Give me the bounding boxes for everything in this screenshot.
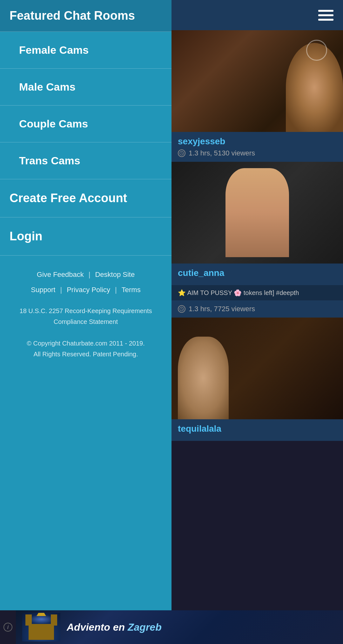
- clock-icon-2: [178, 305, 185, 313]
- login-link[interactable]: Login: [0, 217, 172, 256]
- privacy-policy-link[interactable]: Privacy Policy: [67, 284, 110, 296]
- clock-svg-1: [179, 151, 184, 155]
- castle-spire: [37, 613, 46, 616]
- stream-username-1: sexyjesseb: [178, 136, 337, 147]
- svg-line-5: [182, 309, 183, 310]
- footer-separator-1: |: [89, 268, 91, 281]
- give-feedback-link[interactable]: Give Feedback: [37, 268, 84, 281]
- stream-card-sexyjesseb[interactable]: sexyjesseb 1.3 hrs, 5130 viewers: [172, 30, 343, 162]
- terms-link[interactable]: Terms: [122, 284, 141, 296]
- footer-links-row2: Support | Privacy Policy | Terms: [10, 284, 162, 296]
- stream-info-3: tequilalala: [172, 419, 343, 441]
- copyright-text: © Copyright Chaturbate.com 2011 - 2019.: [10, 338, 162, 349]
- legal-text: 18 U.S.C. 2257 Record-Keeping Requiremen…: [10, 305, 162, 360]
- svg-line-2: [182, 153, 183, 154]
- sidebar-title: Featured Chat Rooms: [10, 9, 135, 22]
- footer-separator-2: |: [60, 284, 62, 296]
- ad-banner[interactable]: i Adviento en Zagreb: [0, 610, 343, 644]
- hamburger-line-1: [318, 10, 333, 12]
- stream-description-2: ⭐ AIM TO PUSSY 🌸 tokens left] #deepth: [172, 285, 343, 300]
- sidebar-item-couple-cams[interactable]: Couple Cams: [0, 106, 172, 142]
- hamburger-line-3: [318, 19, 333, 21]
- ad-text: Adviento en Zagreb: [67, 621, 162, 633]
- stream-meta-text-2: 1.3 hrs, 7725 viewers: [189, 305, 255, 313]
- stream-meta-text-1: 1.3 hrs, 5130 viewers: [189, 149, 255, 157]
- stream-desc-text-2: ⭐ AIM TO PUSSY 🌸 tokens left] #deepth: [178, 289, 299, 296]
- castle-body: [29, 624, 54, 640]
- content-panel: sexyjesseb 1.3 hrs, 5130 viewers cutie_a…: [172, 0, 343, 644]
- sidebar-footer: Give Feedback | Desktop Site Support | P…: [0, 256, 172, 610]
- stream-thumbnail-3: [172, 318, 343, 419]
- sidebar: Featured Chat Rooms Female Cams Male Cam…: [0, 0, 172, 610]
- stream-info-2: cutie_anna: [172, 264, 343, 285]
- content-header: [172, 0, 343, 30]
- stream-card-cutie-anna[interactable]: cutie_anna ⭐ AIM TO PUSSY 🌸 tokens left]…: [172, 162, 343, 318]
- hamburger-menu-button[interactable]: [318, 10, 333, 21]
- sidebar-item-male-cams[interactable]: Male Cams: [0, 69, 172, 106]
- legal-line1: 18 U.S.C. 2257 Record-Keeping Requiremen…: [10, 305, 162, 316]
- ad-text-part2: Zagreb: [128, 621, 162, 633]
- sidebar-header: Featured Chat Rooms: [0, 0, 172, 32]
- stream-thumbnail-2: [172, 162, 343, 264]
- footer-separator-3: |: [115, 284, 117, 296]
- stream-thumbnail-1: [172, 30, 343, 132]
- support-link[interactable]: Support: [31, 284, 55, 296]
- sidebar-item-female-cams[interactable]: Female Cams: [0, 32, 172, 69]
- stream-username-3: tequilalala: [178, 424, 337, 434]
- sidebar-item-trans-cams[interactable]: Trans Cams: [0, 142, 172, 179]
- stream-username-2: cutie_anna: [178, 268, 337, 278]
- create-account-link[interactable]: Create Free Account: [0, 179, 172, 217]
- stream-meta-box-2: 1.3 hrs, 7725 viewers: [172, 300, 343, 318]
- ad-info-icon: i: [3, 623, 12, 632]
- stream-card-tequilalala[interactable]: tequilalala: [172, 318, 343, 441]
- stream-meta-1: 1.3 hrs, 5130 viewers: [178, 149, 337, 157]
- footer-links-row1: Give Feedback | Desktop Site: [10, 268, 162, 281]
- ad-content: Adviento en Zagreb: [16, 613, 343, 641]
- ad-info-section: i: [0, 610, 16, 644]
- rights-text: All Rights Reserved. Patent Pending.: [10, 349, 162, 360]
- ad-illustration: [22, 613, 60, 641]
- desktop-site-link[interactable]: Desktop Site: [95, 268, 135, 281]
- ad-text-part1: Adviento en: [67, 621, 128, 633]
- clock-svg-2: [179, 307, 184, 311]
- stream-info-1: sexyjesseb 1.3 hrs, 5130 viewers: [172, 132, 343, 162]
- stream-meta-2: 1.3 hrs, 7725 viewers: [178, 305, 337, 313]
- legal-line2: Compliance Statement: [10, 316, 162, 327]
- clock-icon-1: [178, 149, 185, 157]
- hamburger-line-2: [318, 14, 333, 16]
